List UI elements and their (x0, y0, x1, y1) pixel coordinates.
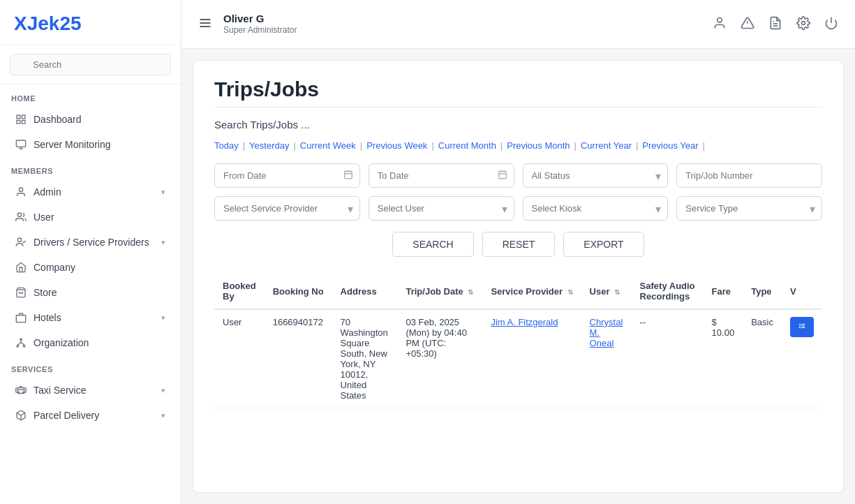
sidebar-item-parcel[interactable]: Parcel Delivery ▾ (4, 403, 177, 427)
col-type: Type (743, 274, 782, 309)
filter-previous-week[interactable]: Previous Week (366, 140, 427, 151)
from-date-input[interactable] (214, 163, 360, 188)
sidebar-item-hotels[interactable]: Hotels ▾ (4, 306, 177, 329)
power-icon[interactable] (824, 16, 838, 33)
col-booked-by: BookedBy (214, 274, 265, 309)
hamburger-button[interactable] (198, 16, 212, 33)
cell-service-provider: Jim A. Fitzgerald (482, 309, 581, 408)
sidebar-item-server-label: Server Monitoring (34, 139, 111, 150)
alert-icon[interactable] (741, 16, 754, 33)
table-row: User 1666940172 70 Washington Square Sou… (214, 309, 822, 408)
sidebar-item-organization[interactable]: Organization (4, 331, 177, 355)
cell-address: 70 Washington Square South, New York, NY… (332, 309, 398, 408)
col-safety: Safety AudioRecordings (632, 274, 704, 309)
grid-icon (15, 114, 27, 125)
sidebar-item-parcel-label: Parcel Delivery (34, 410, 99, 421)
gear-icon[interactable] (796, 16, 810, 33)
chevron-down-icon-hotels: ▾ (161, 313, 165, 323)
chevron-down-icon-drivers: ▾ (161, 238, 165, 247)
user-info: Oliver G Super Administrator (223, 12, 297, 36)
svg-point-14 (23, 345, 25, 347)
col-service-provider[interactable]: Service Provider ⇅ (482, 274, 581, 309)
org-icon (15, 337, 27, 348)
svg-rect-2 (22, 115, 25, 119)
trip-job-wrap (676, 163, 822, 188)
col-user[interactable]: User ⇅ (581, 274, 632, 309)
sidebar-item-user-label: User (34, 212, 54, 223)
user-profile-icon[interactable] (713, 16, 727, 33)
filter-yesterday[interactable]: Yesterday (249, 140, 289, 151)
sidebar-item-admin-label: Admin (34, 186, 61, 198)
calendar-icon-to (498, 170, 507, 182)
sidebar-item-dashboard[interactable]: Dashboard (4, 108, 177, 131)
sidebar-item-store[interactable]: Store (4, 281, 177, 304)
search-input[interactable] (10, 54, 171, 75)
user-check-icon (15, 237, 27, 248)
user-select[interactable]: Select User (369, 196, 514, 221)
filter-row-1: All Status Active Inactive ▾ (214, 163, 822, 188)
results-table: BookedBy Booking No Address Trip/Job Dat… (214, 274, 822, 408)
search-button[interactable]: SEARCH (392, 232, 473, 257)
status-wrap: All Status Active Inactive ▾ (523, 163, 669, 188)
user-link[interactable]: Chrystal M. Oneal (590, 317, 623, 348)
sidebar-item-server-monitoring[interactable]: Server Monitoring (4, 133, 177, 156)
sidebar-search-area (0, 45, 181, 84)
filter-previous-month[interactable]: Previous Month (507, 140, 570, 151)
svg-point-16 (18, 392, 20, 393)
chevron-down-icon-parcel: ▾ (161, 411, 165, 420)
svg-point-17 (22, 392, 24, 393)
cell-action (782, 309, 822, 408)
cell-booking-no: 1666940172 (265, 309, 332, 408)
monitor-icon (15, 139, 27, 150)
svg-rect-29 (345, 171, 352, 179)
col-trip-date[interactable]: Trip/Job Date ⇅ (397, 274, 482, 309)
svg-rect-3 (22, 120, 25, 124)
building-icon (15, 262, 27, 273)
filter-links: Today | Yesterday | Current Week | Previ… (214, 140, 822, 151)
sidebar-item-drivers[interactable]: Drivers / Service Providers ▾ (4, 230, 177, 254)
svg-point-8 (17, 238, 21, 242)
sidebar-item-user[interactable]: User (4, 205, 177, 229)
sidebar-item-taxi[interactable]: Taxi Service ▾ (4, 378, 177, 402)
to-date-wrap (369, 163, 514, 188)
service-provider-select[interactable]: Select Service Provider (214, 196, 360, 221)
reset-button[interactable]: RESET (482, 232, 556, 257)
car-icon (15, 385, 27, 396)
sidebar-item-company-label: Company (34, 262, 75, 273)
filter-today[interactable]: Today (214, 140, 239, 151)
service-provider-link[interactable]: Jim A. Fitzgerald (491, 317, 558, 327)
svg-point-12 (20, 339, 22, 341)
svg-rect-5 (16, 140, 25, 147)
main-area: Oliver G Super Administrator Trips/Jobs (181, 0, 855, 504)
filter-current-week[interactable]: Current Week (300, 140, 356, 151)
action-buttons: SEARCH RESET EXPORT (214, 232, 822, 257)
filter-current-year[interactable]: Current Year (581, 140, 632, 151)
search-label: Search Trips/Jobs ... (214, 119, 822, 131)
logo-text-black: XJek (14, 13, 59, 34)
users-icon (15, 212, 27, 223)
svg-point-13 (17, 345, 19, 347)
export-button[interactable]: EXPORT (563, 232, 644, 257)
sidebar-item-admin[interactable]: Admin ▾ (4, 180, 177, 204)
sidebar-item-hotels-label: Hotels (34, 312, 61, 323)
chevron-down-icon: ▾ (161, 188, 165, 197)
svg-rect-4 (17, 120, 20, 124)
kiosk-select[interactable]: Select Kiosk (523, 196, 669, 221)
filter-row-2: Select Service Provider ▾ Select User ▾ … (214, 196, 822, 221)
filter-previous-year[interactable]: Previous Year (642, 140, 698, 151)
svg-rect-1 (17, 115, 20, 119)
sidebar-item-store-label: Store (34, 287, 57, 298)
user-select-wrap: Select User ▾ (369, 196, 514, 221)
status-select[interactable]: All Status Active Inactive (523, 163, 669, 188)
filter-current-month[interactable]: Current Month (438, 140, 496, 151)
logo-text-blue: 25 (59, 13, 81, 34)
to-date-input[interactable] (369, 163, 514, 188)
trip-job-input[interactable] (676, 163, 822, 188)
view-button[interactable] (790, 317, 814, 337)
service-provider-wrap: Select Service Provider ▾ (214, 196, 360, 221)
service-type-select[interactable]: Service Type (676, 196, 822, 221)
sidebar: XJek25 HOME Dashboard Server Monitoring … (0, 0, 181, 504)
services-section-label: SERVICES (0, 355, 181, 378)
sidebar-item-company[interactable]: Company (4, 255, 177, 279)
notes-icon[interactable] (768, 16, 782, 33)
